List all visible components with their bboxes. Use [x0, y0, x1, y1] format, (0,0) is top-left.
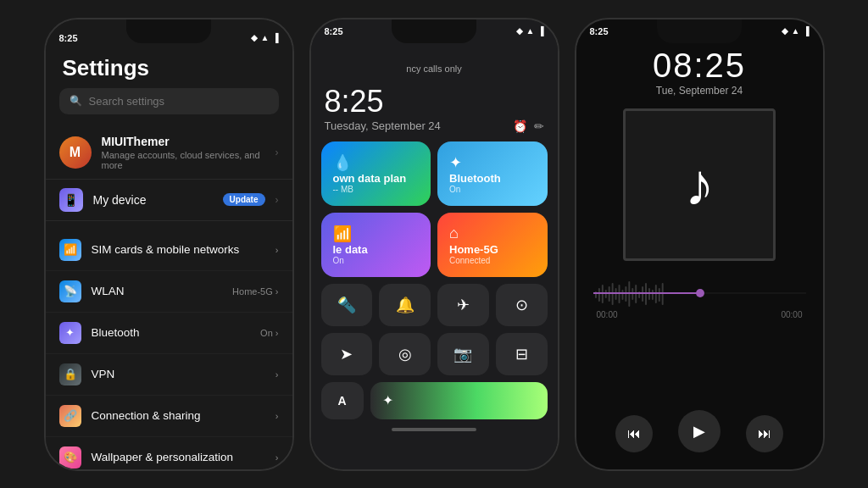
cc-brightness-slider[interactable]: ✦	[370, 382, 548, 419]
settings-title: Settings	[46, 47, 292, 88]
cc-tile-bluetooth[interactable]: ✦ Bluetooth On	[437, 141, 548, 206]
cc-tile-data[interactable]: 💧 own data plan -- MB	[321, 141, 431, 206]
cc-bottom-row: A ✦	[311, 375, 558, 419]
profile-row[interactable]: M MIUIThemer Manage accounts, cloud serv…	[46, 126, 292, 180]
svg-rect-19	[658, 288, 659, 302]
phones-container: 8:25 ◆ ▲ ▐ Settings 🔍 Search settings M …	[0, 0, 868, 488]
cc-tiles: 💧 own data plan -- MB ✦ Bluetooth On 📶	[311, 141, 558, 277]
svg-rect-8	[621, 290, 623, 300]
wifi-status-icon: ▲	[261, 33, 270, 42]
svg-rect-17	[651, 290, 653, 300]
wifi-tile-info: Home-5G Connected	[449, 243, 536, 265]
status-icons-1: ◆ ▲ ▐	[251, 33, 279, 42]
cc-date: Tuesday, September 24	[325, 119, 506, 132]
sim-label: SIM cards & mobile networks	[92, 243, 265, 256]
connection-icon: 🔗	[59, 405, 81, 427]
search-placeholder: Search settings	[89, 95, 165, 108]
album-art: ♪	[623, 108, 776, 261]
cc-airplane-btn[interactable]: ✈	[437, 284, 489, 326]
settings-item-wlan[interactable]: 📡 WLAN Home-5G ›	[46, 271, 292, 313]
camera-icon: 📷	[453, 345, 472, 363]
location-icon: ➤	[340, 345, 353, 363]
cc-notice: ncy calls only	[311, 40, 558, 80]
cc-flashlight-btn[interactable]: 🔦	[321, 284, 373, 326]
wlan-text: WLAN	[92, 285, 223, 297]
a-label: A	[337, 394, 346, 408]
phone-control-center: 8:25 ◆ ▲ ▐ ncy calls only 8:25 Tuesday, …	[309, 18, 559, 471]
music-status-icons: ◆ ▲ ▐	[782, 26, 810, 36]
bt-tile-info: Bluetooth On	[449, 172, 536, 194]
music-clock: 08:25	[576, 47, 823, 85]
play-icon: ▶	[693, 422, 705, 441]
music-status-time: 8:25	[590, 26, 609, 36]
progress-line	[593, 276, 806, 310]
clock-icon: ⏰	[513, 119, 527, 133]
mobile-tile-info: le data On	[333, 243, 420, 265]
music-date: Tue, September 24	[576, 85, 823, 97]
mobile-tile-sub: On	[333, 256, 420, 265]
settings-item-wallpaper[interactable]: 🎨 Wallpaper & personalization ›	[46, 437, 292, 471]
grid-icon: ⊟	[515, 345, 528, 363]
brightness-icon: ✦	[382, 392, 393, 408]
current-time: 00:00	[597, 310, 618, 319]
cc-buttons-row2: ➤ ◎ 📷 ⊟	[311, 326, 558, 375]
next-icon: ⏭	[758, 426, 771, 441]
my-device-chevron-icon: ›	[275, 194, 279, 206]
progress-times: 00:00 00:00	[593, 310, 806, 319]
home-bar	[392, 428, 476, 431]
music-time-display: 08:25 Tue, September 24	[576, 40, 823, 100]
airplane-icon: ✈	[457, 296, 470, 314]
cc-grid-btn[interactable]: ⊟	[496, 333, 548, 375]
profile-info: MIUIThemer Manage accounts, cloud servic…	[102, 135, 265, 170]
sim-text: SIM cards & mobile networks	[92, 243, 265, 256]
wall-text: Wallpaper & personalization	[92, 451, 265, 463]
total-time: 00:00	[781, 310, 802, 319]
settings-item-bluetooth[interactable]: ✦ Bluetooth On ›	[46, 313, 292, 354]
conn-text: Connection & sharing	[92, 409, 265, 422]
avatar: M	[59, 136, 92, 169]
cc-wifi-icon: ▲	[526, 26, 535, 36]
cc-time: 8:25	[311, 80, 558, 119]
settings-section: 📶 SIM cards & mobile networks › 📡 WLAN H…	[46, 230, 292, 471]
cc-dnd-btn[interactable]: ⊙	[496, 284, 548, 326]
music-signal-icon: ◆	[782, 26, 788, 36]
phone-settings: 8:25 ◆ ▲ ▐ Settings 🔍 Search settings M …	[44, 18, 294, 471]
cc-a-button[interactable]: A	[321, 382, 364, 419]
signal-icon: ◆	[251, 33, 258, 42]
cc-camera-btn[interactable]: 📷	[437, 333, 489, 375]
cc-buttons-row1: 🔦 🔔 ✈ ⊙	[311, 277, 558, 326]
status-time-1: 8:25	[59, 33, 78, 43]
cc-tile-wifi[interactable]: ⌂ Home-5G Connected	[437, 213, 548, 277]
settings-item-sim[interactable]: 📶 SIM cards & mobile networks ›	[46, 230, 292, 271]
cc-location-btn[interactable]: ➤	[321, 333, 373, 375]
wall-chevron-icon: ›	[275, 452, 279, 463]
cc-signal-icon: ◆	[516, 26, 523, 36]
cc-tile-mobile[interactable]: 📶 le data On	[321, 213, 431, 277]
settings-item-vpn[interactable]: 🔒 VPN ›	[46, 354, 292, 396]
bt-label: Bluetooth	[92, 326, 251, 339]
bt-tile-label: Bluetooth	[449, 172, 536, 185]
bluetooth-icon: ✦	[59, 322, 81, 344]
wallpaper-icon: 🎨	[59, 446, 81, 469]
my-device-icon: 📱	[59, 188, 83, 212]
settings-item-connection[interactable]: 🔗 Connection & sharing ›	[46, 396, 292, 437]
music-battery-icon: ▐	[803, 26, 809, 36]
wifi-tile-icon: ⌂	[449, 225, 536, 242]
vpn-text: VPN	[92, 368, 265, 380]
search-bar[interactable]: 🔍 Search settings	[59, 88, 279, 114]
my-device-row[interactable]: 📱 My device Update ›	[46, 180, 292, 221]
status-icons-2: ◆ ▲ ▐	[516, 26, 544, 36]
cc-focus-btn[interactable]: ◎	[379, 333, 431, 375]
battery-icon: ▐	[272, 33, 278, 42]
play-button[interactable]: ▶	[678, 410, 721, 452]
prev-icon: ⏮	[627, 426, 641, 441]
next-button[interactable]: ⏭	[746, 415, 783, 452]
wlan-icon: 📡	[59, 280, 81, 302]
wall-label: Wallpaper & personalization	[92, 451, 265, 463]
prev-button[interactable]: ⏮	[615, 415, 653, 452]
sim-chevron-icon: ›	[275, 245, 279, 255]
cc-bell-btn[interactable]: 🔔	[379, 284, 431, 326]
vpn-icon: 🔒	[59, 363, 81, 385]
profile-name: MIUIThemer	[102, 135, 265, 148]
music-progress-area: 00:00 00:00	[576, 269, 823, 319]
